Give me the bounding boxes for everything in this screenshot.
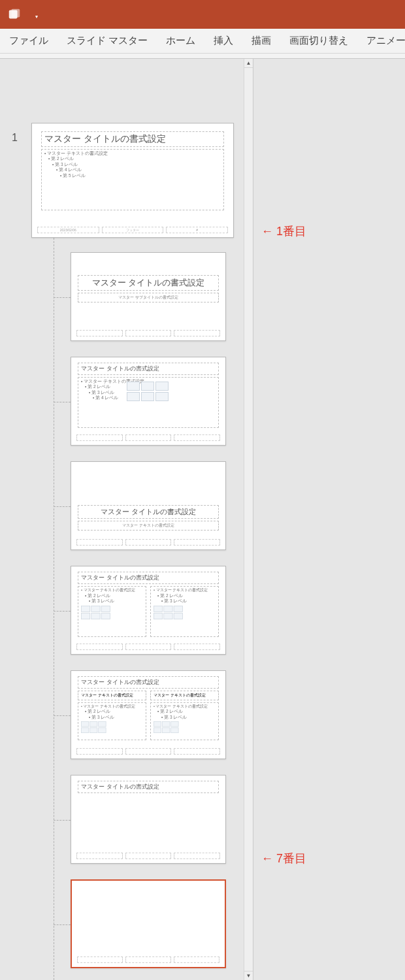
tab-animations[interactable]: アニメーショ xyxy=(366,35,405,47)
layout5-left-body: マスター テキストの書式設定第 2 レベル第 3 レベル xyxy=(78,702,146,740)
layout-thumbnail-3[interactable]: マスター タイトルの書式設定 マスター テキストの書式設定 xyxy=(71,461,226,550)
tab-insert[interactable]: 挿入 xyxy=(214,35,233,47)
footer-center: フッター xyxy=(102,227,164,233)
layout2-title: マスター タイトルの書式設定 xyxy=(78,363,219,375)
tree-connector xyxy=(54,611,71,612)
layout-thumbnail-2[interactable]: マスター タイトルの書式設定 マスター テキストの書式設定 第 2 レベル 第 … xyxy=(71,357,226,446)
layout4-left: マスター テキストの書式設定 第 2 レベル 第 3 レベル xyxy=(78,586,146,637)
thumbnail-scrollbar[interactable]: ▲ ▼ xyxy=(244,59,253,980)
layout-thumbnail-6[interactable]: マスター タイトルの書式設定 xyxy=(71,775,226,864)
powerpoint-icon xyxy=(5,5,24,24)
tab-draw[interactable]: 描画 xyxy=(251,35,271,47)
annotation-seventh: ← 7番目 xyxy=(261,851,306,866)
scroll-up-icon[interactable]: ▲ xyxy=(244,59,253,68)
layout-thumbnail-7-selected[interactable] xyxy=(71,879,226,968)
tree-line xyxy=(54,238,54,980)
layout4-right: マスター テキストの書式設定 第 2 レベル 第 3 レベル xyxy=(150,586,219,637)
layout-thumbnail-4[interactable]: マスター タイトルの書式設定 マスター テキストの書式設定 第 2 レベル 第 … xyxy=(71,566,226,655)
svg-rect-1 xyxy=(11,9,20,18)
tab-slide-master[interactable]: スライド マスター xyxy=(67,35,148,47)
tree-connector xyxy=(54,506,71,507)
ribbon-area xyxy=(0,54,405,59)
tab-transitions[interactable]: 画面切り替え xyxy=(289,35,348,47)
ribbon-tabs: ファイル スライド マスター ホーム 挿入 描画 画面切り替え アニメーショ xyxy=(0,29,405,54)
tree-connector xyxy=(54,402,71,402)
layout2-body: マスター テキストの書式設定 第 2 レベル 第 3 レベル 第 4 レベル xyxy=(78,377,219,428)
layout-thumbnail-1[interactable]: マスター タイトルの書式設定 マスター サブタイトルの書式設定 xyxy=(71,252,226,341)
layout3-body: マスター テキストの書式設定 xyxy=(78,521,219,531)
layout1-title: マスター タイトルの書式設定 xyxy=(78,275,219,291)
layout5-title: マスター タイトルの書式設定 xyxy=(78,676,219,689)
edit-area: ← 1番目 ← 7番目 xyxy=(253,59,405,980)
tree-connector xyxy=(54,820,71,821)
master-title-placeholder: マスター タイトルの書式設定 xyxy=(41,131,224,147)
title-bar: ▾ xyxy=(0,0,405,29)
tree-connector xyxy=(54,715,71,716)
layout-thumbnail-5[interactable]: マスター タイトルの書式設定 マスター テキストの書式設定 マスター テキストの… xyxy=(71,670,226,759)
scroll-down-icon[interactable]: ▼ xyxy=(244,971,253,980)
layout5-right-caption: マスター テキストの書式設定 xyxy=(150,691,219,700)
tab-home[interactable]: ホーム xyxy=(166,35,195,47)
layout3-title: マスター タイトルの書式設定 xyxy=(78,505,219,519)
master-number: 1 xyxy=(12,132,18,144)
layout1-subtitle: マスター サブタイトルの書式設定 xyxy=(78,293,219,302)
footer-date: 2023/02/06 xyxy=(37,227,99,233)
thumbnail-pane[interactable]: 1 マスター タイトルの書式設定 マスター テキストの書式設定 第 2 レベル … xyxy=(0,59,253,980)
tree-connector xyxy=(54,297,71,298)
slide-master-thumbnail[interactable]: マスター タイトルの書式設定 マスター テキストの書式設定 第 2 レベル 第 … xyxy=(31,123,234,238)
layout4-title: マスター タイトルの書式設定 xyxy=(78,572,219,584)
layout5-left-caption: マスター テキストの書式設定 xyxy=(78,691,146,700)
layout6-title: マスター タイトルの書式設定 xyxy=(78,781,219,793)
footer-num: # xyxy=(166,227,228,233)
layout5-right-body: マスター テキストの書式設定第 2 レベル第 3 レベル xyxy=(150,702,219,740)
annotation-first: ← 1番目 xyxy=(261,223,306,239)
master-body-placeholder: マスター テキストの書式設定 第 2 レベル 第 3 レベル 第 4 レベル 第… xyxy=(41,149,224,210)
tree-connector xyxy=(54,924,71,925)
tab-file[interactable]: ファイル xyxy=(9,35,48,47)
qat-dropdown-icon[interactable]: ▾ xyxy=(35,14,38,20)
